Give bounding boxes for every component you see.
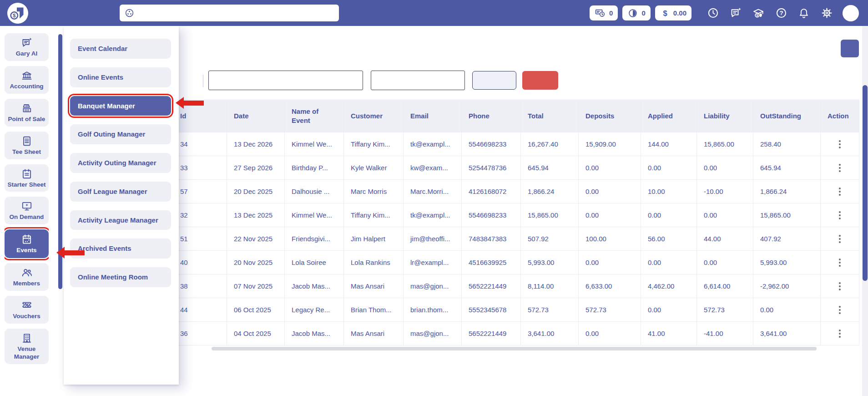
event-name-input[interactable] xyxy=(208,71,363,90)
academy-button[interactable]: $ xyxy=(752,7,765,20)
row-actions-kebab-icon[interactable] xyxy=(836,279,843,293)
search-button[interactable] xyxy=(472,71,516,90)
menu-item-banquet-manager[interactable]: Banquet Manager xyxy=(70,96,171,116)
row-actions-kebab-icon[interactable] xyxy=(836,161,843,175)
menu-item-event-calendar[interactable]: Event Calendar xyxy=(70,39,171,59)
row-actions-kebab-icon[interactable] xyxy=(836,137,843,151)
row-actions-kebab-icon[interactable] xyxy=(836,327,843,340)
bell-icon xyxy=(798,7,810,19)
row-actions-kebab-icon[interactable] xyxy=(836,232,843,246)
timer-count-pill[interactable]: 0 xyxy=(622,5,650,20)
sidebar-item-accounting[interactable]: Accounting xyxy=(5,66,49,94)
help-button[interactable]: ? xyxy=(775,7,787,20)
cell-date: 06 Oct 2025 xyxy=(227,298,285,322)
main-content: IdDateName of EventCustomerEmailPhoneTot… xyxy=(173,26,859,396)
menu-item-online-meeting-room[interactable]: Online Meeting Room xyxy=(70,267,171,287)
table-row[interactable]: 32 13 Dec 2025 Kimmel We... Tiffany Kim.… xyxy=(173,203,859,227)
row-actions-kebab-icon[interactable] xyxy=(836,303,843,317)
register-count-pill[interactable]: 0 xyxy=(590,5,618,20)
menu-item-golf-league-manager[interactable]: Golf League Manager xyxy=(70,182,171,202)
cell-customer: Kyle Walker xyxy=(344,156,404,180)
sidebar-item-venue-manager[interactable]: Venue Manager xyxy=(5,329,49,364)
cell-email: mas@gjon... xyxy=(404,274,462,298)
cell-deposits: 0.00 xyxy=(579,156,641,180)
cell-liability: 15,865.00 xyxy=(697,132,753,156)
cell-date: 07 Nov 2025 xyxy=(227,274,285,298)
table-horizontal-scrollbar[interactable] xyxy=(212,347,817,350)
synergy-logo-icon: $ xyxy=(7,3,28,24)
help-icon: ? xyxy=(775,7,787,19)
table-row[interactable]: 34 13 Dec 2026 Kimmel We... Tiffany Kim.… xyxy=(173,132,859,156)
notifications-button[interactable] xyxy=(797,7,810,20)
clear-button[interactable] xyxy=(522,71,558,90)
sidebar-scrollbar[interactable] xyxy=(58,34,62,289)
cell-deposits: 0.00 xyxy=(579,203,641,227)
cell-outstanding: 645.94 xyxy=(753,156,821,180)
on-demand-icon xyxy=(21,200,33,212)
add-new-event-button[interactable] xyxy=(841,40,859,57)
table-row[interactable]: 44 06 Oct 2025 Legacy Re... Brian Thom..… xyxy=(173,298,859,322)
cell-liability: -10.00 xyxy=(697,180,753,203)
header-right-cluster: 00$0.00 $? xyxy=(590,0,859,26)
column-header: Action xyxy=(821,100,859,132)
cell-event-name: Jacob Mas... xyxy=(285,322,344,345)
menu-item-archived-events[interactable]: Archived Events xyxy=(70,239,171,259)
cell-phone: 7483847383 xyxy=(462,227,521,251)
sidebar-item-members[interactable]: Members xyxy=(5,263,49,291)
cell-applied: 0.00 xyxy=(641,251,697,274)
menu-item-activity-outing-manager[interactable]: Activity Outing Manager xyxy=(70,153,171,173)
row-actions-kebab-icon[interactable] xyxy=(836,256,843,269)
cell-date: 27 Sep 2026 xyxy=(227,156,285,180)
starter-sheet-icon xyxy=(21,168,33,180)
cell-id: 44 xyxy=(173,298,227,322)
cell-outstanding: 15,865.00 xyxy=(753,203,821,227)
menu-item-golf-outing-manager[interactable]: Golf Outing Manager xyxy=(70,124,171,144)
balance-pill[interactable]: $0.00 xyxy=(655,5,691,20)
table-row[interactable]: 57 20 Dec 2025 Dalhousie ... Marc Morris… xyxy=(173,180,859,203)
register-clock-icon xyxy=(595,7,606,19)
ask-gary-search xyxy=(120,5,339,21)
cell-event-name: Legacy Re... xyxy=(285,298,344,322)
cell-total: 3,641.00 xyxy=(521,322,579,345)
sidebar-item-point-of-sale[interactable]: Point of Sale xyxy=(5,99,49,127)
clock-button[interactable] xyxy=(707,7,719,20)
sidebar-item-events[interactable]: Events xyxy=(5,229,49,258)
page-scrollbar-track xyxy=(862,26,868,396)
row-actions-kebab-icon[interactable] xyxy=(836,208,843,222)
cell-applied: 10.00 xyxy=(641,180,697,203)
menu-item-activity-league-manager[interactable]: Activity League Manager xyxy=(70,210,171,230)
sidebar-item-on-demand[interactable]: On Demand xyxy=(5,197,49,224)
swap-filter-icon[interactable] xyxy=(183,72,199,89)
cell-date: 13 Dec 2025 xyxy=(227,203,285,227)
cell-deposits: 0.00 xyxy=(579,180,641,203)
cell-id: 38 xyxy=(173,274,227,298)
avatar[interactable] xyxy=(843,5,859,21)
row-actions-kebab-icon[interactable] xyxy=(836,185,843,198)
cell-applied: 0.00 xyxy=(641,203,697,227)
table-row[interactable]: 36 04 Oct 2025 Jacob Mas... Mas Ansari m… xyxy=(173,322,859,345)
vouchers-icon xyxy=(21,300,33,311)
feedback-button[interactable] xyxy=(729,7,742,20)
menu-item-online-events[interactable]: Online Events xyxy=(70,67,171,87)
sidebar-item-starter-sheet[interactable]: Starter Sheet xyxy=(5,164,49,192)
table-row[interactable]: 40 20 Nov 2025 Lola Soiree Lola Rankins … xyxy=(173,251,859,274)
cell-deposits: 100.00 xyxy=(579,227,641,251)
sidebar-item-vouchers[interactable]: Vouchers xyxy=(5,296,49,324)
point-of-sale-icon xyxy=(21,102,33,114)
cell-total: 1,866.24 xyxy=(521,180,579,203)
cell-event-name: Kimmel We... xyxy=(285,203,344,227)
cell-event-name: Dalhousie ... xyxy=(285,180,344,203)
table-row[interactable]: 38 07 Nov 2025 Jacob Mas... Mas Ansari m… xyxy=(173,274,859,298)
sidebar-item-tee-sheet[interactable]: Tee Sheet xyxy=(5,132,49,159)
dollar-icon: $ xyxy=(660,8,670,18)
sidebar-item-gary-ai[interactable]: Gary AI xyxy=(5,33,49,61)
date-range-input[interactable] xyxy=(371,71,465,90)
settings-button[interactable] xyxy=(820,7,833,20)
table-row[interactable]: 33 27 Sep 2026 Birthday P... Kyle Walker… xyxy=(173,156,859,180)
table-row[interactable]: 51 22 Nov 2025 Friendsgivi... Jim Halper… xyxy=(173,227,859,251)
cell-customer: Mas Ansari xyxy=(344,322,404,345)
cell-customer: Brian Thom... xyxy=(344,298,404,322)
cell-id: 36 xyxy=(173,322,227,345)
page-scrollbar[interactable] xyxy=(863,85,868,281)
ask-gary-input[interactable] xyxy=(139,9,334,17)
